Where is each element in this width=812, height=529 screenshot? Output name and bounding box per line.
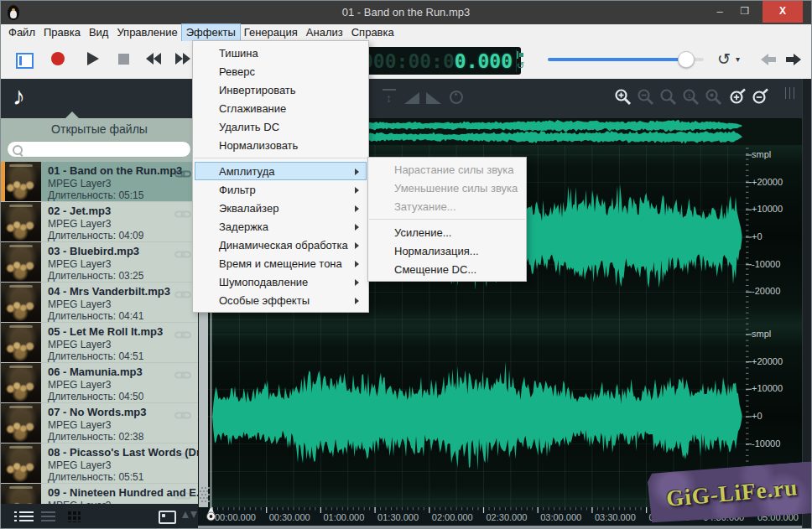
file-title: 07 - No Words.mp3 bbox=[48, 406, 147, 419]
search-input[interactable] bbox=[7, 141, 191, 158]
toolbar: 000:00:00.000 ↺ ↺ ▾ bbox=[1, 41, 811, 79]
effects-menu-item-label: Эквалайзер bbox=[219, 202, 278, 215]
file-item-3[interactable]: 03 - Bluebird.mp3MPEG Layer3Длительность… bbox=[1, 242, 198, 283]
gain-knob-icon[interactable] bbox=[450, 91, 463, 104]
effects-menu-item-14[interactable]: Шумоподавление bbox=[195, 272, 367, 291]
minimize-button[interactable]: – bbox=[709, 1, 731, 23]
undo-back-arrow[interactable] bbox=[761, 54, 776, 65]
amplitude-submenu-item-label: Смещение DC... bbox=[394, 263, 476, 276]
file-item-5[interactable]: 05 - Let Me Roll It.mp3MPEG Layer3Длител… bbox=[1, 323, 198, 363]
menubar-item-2[interactable]: Правка bbox=[39, 24, 85, 41]
effects-menu-item-label: Время и смещение тона bbox=[219, 257, 342, 270]
file-item-7[interactable]: 07 - No Words.mp3MPEG Layer3Длительность… bbox=[1, 403, 198, 443]
file-item-8[interactable]: 08 - Picasso's Last Words (Dr...MPEG Lay… bbox=[1, 443, 198, 484]
zoom-in-icon[interactable] bbox=[613, 87, 633, 111]
time-display-mode-icons: ↺ bbox=[516, 49, 524, 72]
file-title: 02 - Jet.mp3 bbox=[48, 205, 143, 218]
history-icon[interactable]: ↺ bbox=[717, 49, 731, 69]
effects-menu-item-5[interactable]: Удалить DC bbox=[195, 117, 367, 136]
volume-slider-thumb[interactable] bbox=[678, 51, 695, 68]
effects-menu-item-3[interactable]: Инвертировать bbox=[195, 80, 367, 99]
marker-icon bbox=[517, 51, 524, 59]
file-title: 04 - Mrs Vanderbilt.mp3 bbox=[48, 285, 170, 298]
file-format: MPEG Layer3 bbox=[48, 258, 143, 270]
window-bottom-strip bbox=[198, 526, 812, 529]
fade-in-icon[interactable] bbox=[404, 92, 419, 104]
search-row bbox=[1, 140, 198, 162]
amplitude-submenu-item-5[interactable]: Усиление... bbox=[370, 223, 524, 241]
file-text: 02 - Jet.mp3MPEG Layer3Длительность: 04:… bbox=[41, 202, 143, 241]
menubar-item-1[interactable]: Файл bbox=[4, 24, 39, 41]
album-art bbox=[1, 443, 41, 483]
link-icon bbox=[174, 449, 191, 464]
maximize-button[interactable]: ❒ bbox=[734, 1, 756, 23]
vertical-zoom-out-icon[interactable] bbox=[752, 87, 772, 111]
show-artwork-button[interactable] bbox=[159, 511, 176, 524]
record-button[interactable] bbox=[51, 52, 65, 65]
watermark-text: GiG-LiFe.ru bbox=[665, 475, 799, 512]
submenu-arrow-icon bbox=[355, 224, 359, 231]
stop-button[interactable] bbox=[118, 54, 129, 65]
zoom-selection-icon[interactable] bbox=[658, 87, 679, 111]
effects-menu-item-4[interactable]: Сглаживание bbox=[195, 99, 367, 117]
effects-menu-item-label: Фильтр bbox=[219, 184, 256, 196]
album-art bbox=[1, 363, 41, 402]
amplitude-submenu-item-6[interactable]: Нормализация... bbox=[370, 241, 524, 260]
effects-menu-separator bbox=[194, 158, 367, 158]
menubar-item-5[interactable]: Эффекты bbox=[182, 24, 240, 41]
album-art bbox=[1, 202, 41, 241]
effects-menu-item-12[interactable]: Динамическая обработка bbox=[195, 236, 367, 254]
file-item-9[interactable]: 09 - Nineteen Hundred and E...MPEG Layer… bbox=[1, 484, 198, 504]
forward-button[interactable] bbox=[175, 53, 190, 68]
file-duration: Длительность: 03:25 bbox=[48, 270, 143, 282]
view-detailed-list-button[interactable] bbox=[14, 511, 29, 522]
sidebar: ♪ Открытые файлы 01 - Band on the Run.mp… bbox=[1, 79, 198, 529]
menubar-item-6[interactable]: Генерация bbox=[240, 24, 302, 41]
file-format: MPEG Layer3 bbox=[48, 298, 170, 310]
menubar-item-4[interactable]: Управление bbox=[112, 24, 181, 41]
effects-menu-item-1[interactable]: Тишина bbox=[195, 44, 367, 62]
effects-menu-item-15[interactable]: Особые эффекты bbox=[195, 291, 367, 309]
album-art bbox=[1, 323, 41, 362]
fade-out-icon[interactable] bbox=[426, 92, 441, 104]
menubar-item-3[interactable]: Вид bbox=[85, 24, 113, 41]
close-button[interactable]: X bbox=[763, 1, 803, 23]
effects-menu-item-8[interactable]: Амплитуда bbox=[195, 162, 367, 180]
effects-menu-item-11[interactable]: Задержка bbox=[195, 217, 367, 236]
menubar-item-8[interactable]: Справка bbox=[347, 24, 398, 41]
amplitude-submenu-item-7[interactable]: Смещение DC... bbox=[370, 260, 524, 278]
effects-menu-item-13[interactable]: Время и смещение тона bbox=[195, 254, 367, 272]
file-duration: Длительность: 04:50 bbox=[48, 391, 143, 402]
vertical-zoom-in-icon[interactable] bbox=[729, 87, 749, 111]
file-item-4[interactable]: 04 - Mrs Vanderbilt.mp3MPEG Layer3Длител… bbox=[1, 283, 198, 323]
history-dropdown-caret[interactable]: ▾ bbox=[736, 54, 740, 64]
effects-menu-item-2[interactable]: Реверс bbox=[195, 62, 367, 80]
sidebar-toggle-button[interactable] bbox=[16, 53, 34, 69]
rewind-button[interactable] bbox=[146, 53, 161, 68]
sidebar-bottom-bar bbox=[1, 504, 198, 529]
file-item-1[interactable]: 01 - Band on the Run.mp3MPEG Layer3Длите… bbox=[1, 162, 198, 202]
submenu-arrow-icon bbox=[355, 169, 359, 175]
open-files-header: Открытые файлы bbox=[1, 118, 198, 140]
menubar-item-7[interactable]: Анализ bbox=[302, 24, 347, 41]
zoom-one-to-one-icon[interactable]: 1 bbox=[681, 87, 701, 111]
view-simple-list-button[interactable] bbox=[41, 511, 55, 522]
sort-button[interactable] bbox=[182, 511, 197, 518]
file-item-6[interactable]: 06 - Mamunia.mp3MPEG Layer3Длительность:… bbox=[1, 363, 198, 403]
file-item-2[interactable]: 02 - Jet.mp3MPEG Layer3Длительность: 04:… bbox=[1, 202, 198, 242]
file-text: 04 - Mrs Vanderbilt.mp3MPEG Layer3Длител… bbox=[41, 283, 170, 322]
music-note-tab-icon[interactable]: ♪ bbox=[13, 82, 25, 111]
effects-menu-item-9[interactable]: Фильтр bbox=[195, 180, 367, 199]
time-display: 000:00:00.000 ↺ bbox=[362, 47, 521, 75]
effects-menu-item-label: Инвертировать bbox=[219, 84, 296, 96]
play-button[interactable] bbox=[87, 52, 99, 65]
zoom-fit-icon[interactable] bbox=[704, 87, 724, 111]
effects-menu-item-label: Реверс bbox=[219, 65, 255, 78]
effects-menu-item-10[interactable]: Эквалайзер bbox=[195, 199, 367, 217]
panel-grip-icon[interactable] bbox=[785, 87, 795, 99]
redo-forward-arrow[interactable] bbox=[786, 54, 801, 65]
zoom-out-icon[interactable] bbox=[636, 87, 656, 111]
effects-menu-item-6[interactable]: Нормализовать bbox=[195, 136, 367, 154]
file-duration: Длительность: 05:51 bbox=[48, 471, 198, 483]
view-grid-button[interactable] bbox=[68, 511, 81, 522]
